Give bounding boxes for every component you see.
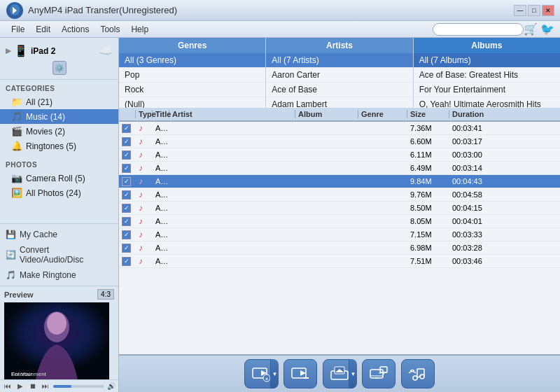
progress-slider[interactable] — [53, 385, 104, 388]
cart-icon[interactable]: 🛒 — [524, 22, 538, 36]
row-title: Air.Supply.-.Chances.(Remast... — [153, 230, 169, 239]
table-row[interactable]: ♪ Aaron.Carter.-.I'm.All.About... 7.36M … — [119, 122, 560, 135]
row-type: ♪ — [136, 203, 153, 213]
genre-null[interactable]: (Null) — [119, 97, 265, 108]
photos-section: PHOTOS 📷 Camera Roll (5) 🖼️ All Photos (… — [0, 156, 118, 203]
genre-pop[interactable]: Pop — [119, 68, 265, 83]
next-button[interactable]: ⏭ — [41, 382, 50, 390]
playback-controls: ⏮ ▶ ⏹ ⏭ 🔊 — [0, 379, 118, 392]
row-title: Ace.of.Base.-.Unspeakable — [153, 164, 169, 172]
row-type: ♪ — [136, 256, 153, 266]
row-check[interactable] — [119, 177, 136, 186]
stop-button[interactable]: ⏹ — [28, 382, 38, 390]
row-check[interactable] — [119, 204, 136, 213]
menu-help[interactable]: Help — [125, 23, 154, 36]
row-duration: 00:03:17 — [449, 137, 488, 146]
album-fye[interactable]: For Your Entertainment — [414, 83, 560, 97]
cloud-upload-icon[interactable]: ☁️ — [99, 44, 113, 57]
genre-rock[interactable]: Rock — [119, 83, 265, 97]
ringtone-tool[interactable]: 🎵 Make Ringtone — [0, 267, 118, 283]
sidebar-item-all[interactable]: 📁 All (21) — [0, 94, 118, 109]
svg-rect-16 — [370, 370, 383, 378]
row-check[interactable] — [119, 164, 136, 173]
row-size: 6.49M — [407, 164, 449, 172]
table-row[interactable]: ♪ Aerosmith.-.I.Don't.Want.to... 9.76M 0… — [119, 188, 560, 202]
row-check[interactable] — [119, 244, 136, 253]
menu-tools[interactable]: Tools — [94, 23, 125, 36]
row-type: ♪ — [136, 190, 153, 200]
table-row[interactable]: ♪ Aaron.Carter.-.Oh.Aaron.(fe... 6.60M 0… — [119, 135, 560, 148]
row-size: 6.98M — [407, 244, 449, 252]
movie-icon: 🎬 — [11, 126, 22, 136]
table-row[interactable]: ♪ Air.Supply.-.Chances.(Remast... 7.15M … — [119, 228, 560, 241]
convert-tool[interactable]: 🔄 Convert Video/Audio/Disc — [0, 242, 118, 267]
device-name: iPad 2 — [31, 46, 55, 56]
sidebar-item-camera-roll[interactable]: 📷 Camera Roll (5) — [0, 171, 118, 186]
row-check[interactable] — [119, 190, 136, 200]
search-input[interactable] — [433, 23, 524, 36]
genre-all[interactable]: All (3 Genres) — [119, 53, 265, 68]
export-dropdown-arrow[interactable]: ▼ — [349, 359, 357, 388]
artist-adam[interactable]: Adam Lambert — [266, 97, 412, 108]
table-body: ♪ Aaron.Carter.-.I'm.All.About... 7.36M … — [119, 122, 560, 354]
row-check[interactable] — [119, 217, 136, 226]
album-ace[interactable]: Ace of Base: Greatest Hits — [414, 68, 560, 83]
row-size: 7.36M — [407, 124, 449, 132]
menu-actions[interactable]: Actions — [56, 23, 94, 36]
table-row[interactable]: ♪ Air.Supply.-.All.Out.of.Love 8.05M 00:… — [119, 215, 560, 228]
menu-file[interactable]: File — [6, 23, 30, 36]
music-table: Type Title Artist Album Genre Size Durat… — [119, 108, 560, 354]
my-cache-tool[interactable]: 💾 My Cache — [0, 227, 118, 242]
volume-icon[interactable]: 🔊 — [107, 382, 115, 390]
col-album: Album — [295, 110, 358, 118]
table-row[interactable]: ♪ Air.Supply.-.Every.Woman.In.... 6.98M … — [119, 241, 560, 255]
genres-column: Genres All (3 Genres) Pop Rock (Null) — [119, 38, 266, 108]
row-duration: 00:03:14 — [449, 164, 488, 172]
preview-section: Preview 4:3 — [0, 286, 118, 379]
sidebar-item-all-photos[interactable]: 🖼️ All Photos (24) — [0, 186, 118, 200]
artist-ace[interactable]: Ace of Base — [266, 83, 412, 97]
prev-button[interactable]: ⏮ — [3, 382, 13, 390]
menu-edit[interactable]: Edit — [30, 23, 56, 36]
row-type: ♪ — [136, 163, 153, 173]
row-check[interactable] — [119, 257, 136, 266]
close-button[interactable]: ✕ — [542, 5, 554, 16]
audio-convert-button[interactable] — [401, 359, 435, 388]
table-row[interactable]: ♪ Ace.of.Base.-.Beautiful.Morni... 6.11M… — [119, 148, 560, 162]
table-row[interactable]: ♪ Air.Supply.-.Here.I.Am.(Just.... 7.51M… — [119, 255, 560, 268]
albums-list: All (7 Albums) Ace of Base: Greatest Hit… — [414, 53, 560, 108]
album-aerosmith[interactable]: O, Yeah! Ultimate Aerosmith Hits — [414, 97, 560, 108]
table-row[interactable]: ♪ Adam.Lambert.-.Time.for.Mir... 9.84M 0… — [119, 175, 560, 188]
row-title: Air.Supply.-.Here.I.Am.(Just.... — [153, 257, 169, 265]
artist-all[interactable]: All (7 Artists) — [266, 53, 412, 68]
row-check[interactable] — [119, 230, 136, 239]
preview-label: Preview — [4, 290, 34, 299]
row-size: 6.11M — [407, 150, 449, 159]
table-row[interactable]: ♪ Ace.of.Base.-.Unspeakable 6.49M 00:03:… — [119, 162, 560, 175]
settings-button[interactable]: ⚙️ — [52, 61, 66, 75]
preview-ratio[interactable]: 4:3 — [97, 289, 114, 300]
sidebar-item-music[interactable]: 🎵 Music (14) — [0, 109, 118, 124]
preview-box: For Your Entertainment — [4, 302, 109, 379]
minimize-button[interactable]: — — [514, 5, 526, 16]
remove-from-device-button[interactable] — [284, 359, 317, 388]
row-check[interactable] — [119, 150, 136, 160]
artist-aaron[interactable]: Aaron Carter — [266, 68, 412, 83]
row-size: 9.84M — [407, 177, 449, 186]
photos-header: PHOTOS — [0, 159, 118, 171]
genres-list: All (3 Genres) Pop Rock (Null) — [119, 53, 265, 108]
maximize-button[interactable]: □ — [528, 5, 540, 16]
sidebar-item-movies[interactable]: 🎬 Movies (2) — [0, 124, 118, 139]
categories-section: CATEGORIES 📁 All (21) 🎵 Music (14) 🎬 Mov… — [0, 80, 118, 156]
album-all[interactable]: All (7 Albums) — [414, 53, 560, 68]
transfer-to-computer-button[interactable] — [362, 359, 396, 388]
row-check[interactable] — [119, 124, 136, 133]
music-note-icon: 🎵 — [11, 111, 22, 122]
row-check[interactable] — [119, 137, 136, 146]
bird-icon[interactable]: 🐦 — [540, 22, 554, 36]
add-dropdown-arrow[interactable]: ▼ — [270, 359, 279, 388]
sidebar-item-ringtones[interactable]: 🔔 Ringtones (5) — [0, 139, 118, 153]
table-row[interactable]: ♪ Agnes.-.Release.Me.(Acousti... 8.50M 0… — [119, 202, 560, 215]
artists-list: All (7 Artists) Aaron Carter Ace of Base… — [266, 53, 412, 108]
play-button[interactable]: ▶ — [15, 382, 25, 390]
